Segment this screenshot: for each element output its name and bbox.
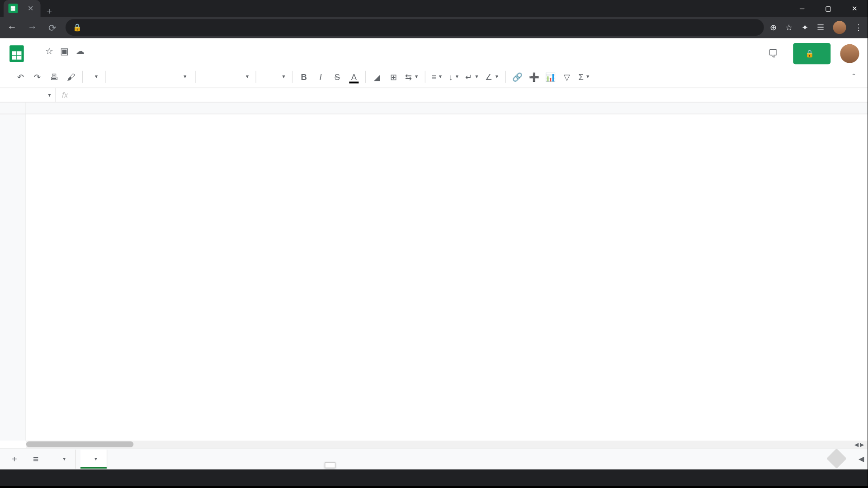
- number-format-select[interactable]: ▼: [200, 69, 252, 84]
- menu-edit[interactable]: [44, 57, 52, 62]
- chevron-down-icon[interactable]: ▼: [94, 456, 98, 462]
- menu-data[interactable]: [82, 57, 90, 62]
- menu-addons[interactable]: [101, 57, 109, 62]
- minimize-button[interactable]: ─: [789, 0, 815, 17]
- paint-format-button[interactable]: 🖌: [63, 69, 79, 84]
- column-headers: [26, 103, 868, 114]
- account-avatar[interactable]: [840, 44, 859, 63]
- vertical-align-button[interactable]: ↓▼: [446, 69, 462, 84]
- format-percent-button[interactable]: [126, 69, 142, 84]
- select-all-corner[interactable]: [0, 103, 26, 114]
- borders-button[interactable]: ⊞: [386, 69, 401, 84]
- favicon-sheets-icon: ▦: [8, 4, 18, 13]
- zoom-icon[interactable]: ⊕: [770, 23, 777, 32]
- reading-list-icon[interactable]: ☰: [817, 23, 825, 32]
- menubar: [34, 56, 133, 62]
- formula-bar: ▼ fx: [0, 88, 868, 103]
- menu-view[interactable]: [54, 57, 62, 62]
- zoom-select[interactable]: ▼: [86, 69, 102, 84]
- close-button[interactable]: ✕: [841, 0, 868, 17]
- font-size-select[interactable]: ▼: [260, 69, 288, 84]
- chevron-down-icon: ▼: [47, 92, 52, 98]
- tab-close-icon[interactable]: ✕: [25, 4, 36, 12]
- row-headers: [0, 114, 26, 441]
- comments-button[interactable]: 🗨: [762, 43, 783, 64]
- browser-menu-icon[interactable]: ⋮: [854, 23, 863, 32]
- share-button[interactable]: 🔒: [793, 43, 830, 64]
- doc-title[interactable]: [34, 50, 39, 52]
- scrollbar-thumb[interactable]: [26, 441, 133, 447]
- format-currency-button[interactable]: [110, 69, 125, 84]
- address-bar[interactable]: 🔒: [66, 19, 764, 36]
- profile-avatar[interactable]: [833, 21, 846, 34]
- cells-area[interactable]: [26, 114, 868, 441]
- text-rotation-button[interactable]: ∠▼: [482, 69, 501, 84]
- decrease-decimal-button[interactable]: [143, 69, 158, 84]
- chevron-down-icon[interactable]: ▼: [62, 456, 66, 462]
- strikethrough-button[interactable]: S: [330, 69, 345, 84]
- menu-file[interactable]: [34, 57, 42, 62]
- forward-button[interactable]: →: [25, 20, 39, 35]
- functions-button[interactable]: Σ▼: [576, 69, 592, 84]
- spreadsheet-grid[interactable]: [0, 103, 868, 448]
- sheets-app: ☆ ▣ ☁: [0, 38, 868, 469]
- text-color-button[interactable]: A: [346, 69, 362, 84]
- insert-comment-button[interactable]: ➕: [526, 69, 542, 84]
- extensions-icon[interactable]: ✦: [802, 23, 809, 32]
- window-controls: ─ ▢ ✕: [789, 0, 868, 17]
- last-edit-link[interactable]: [125, 57, 133, 62]
- add-sheet-button[interactable]: +: [6, 450, 23, 467]
- sheets-logo-icon[interactable]: [5, 42, 29, 66]
- insert-chart-button[interactable]: 📊: [543, 69, 558, 84]
- sheet-nav-arrows[interactable]: ◀▶: [854, 442, 864, 448]
- side-panel-toggle[interactable]: ◀: [859, 455, 864, 463]
- menu-help[interactable]: [111, 57, 119, 62]
- doc-header: ☆ ▣ ☁: [0, 38, 868, 66]
- browser-titlebar: ▦ ✕ + ─ ▢ ✕: [0, 0, 868, 17]
- lock-icon: 🔒: [805, 49, 814, 57]
- italic-button[interactable]: I: [313, 69, 328, 84]
- fill-color-button[interactable]: ◢: [369, 69, 385, 84]
- menu-insert[interactable]: [63, 57, 71, 62]
- sheet-tabs-bar: + ≡ ▼ ▼: [0, 448, 868, 469]
- bookmark-icon[interactable]: ☆: [785, 23, 793, 32]
- filter-button[interactable]: ▽: [559, 69, 575, 84]
- browser-tab[interactable]: ▦ ✕: [4, 0, 41, 17]
- horizontal-scrollbar[interactable]: [26, 441, 868, 448]
- maximize-button[interactable]: ▢: [815, 0, 841, 17]
- menu-tools[interactable]: [92, 57, 100, 62]
- sheet-tab-rohdaten[interactable]: ▼: [49, 449, 75, 468]
- taskbar-tooltip: [325, 462, 335, 468]
- text-wrap-button[interactable]: ↵▼: [463, 69, 481, 84]
- print-button[interactable]: 🖶: [47, 69, 62, 84]
- toolbar: ↶ ↷ 🖶 🖌 ▼ ▼ ▼ ▼ B I S A ◢ ⊞ ⇆▼: [0, 66, 868, 88]
- menu-format[interactable]: [73, 57, 81, 62]
- sheet-tab-berechnete-pivot-felder[interactable]: ▼: [80, 449, 107, 468]
- all-sheets-button[interactable]: ≡: [28, 450, 44, 467]
- hide-menus-button[interactable]: ˆ: [846, 69, 862, 84]
- back-button[interactable]: ←: [5, 20, 19, 35]
- lock-icon: 🔒: [73, 23, 82, 31]
- undo-button[interactable]: ↶: [13, 69, 28, 84]
- bold-button[interactable]: B: [296, 69, 311, 84]
- browser-toolbar: ← → ⟳ 🔒 ⊕ ☆ ✦ ☰ ⋮: [0, 17, 868, 38]
- merge-cells-button[interactable]: ⇆▼: [403, 69, 421, 84]
- cloud-status-icon[interactable]: ☁: [75, 46, 85, 56]
- star-icon[interactable]: ☆: [45, 46, 53, 56]
- new-tab-button[interactable]: +: [41, 6, 58, 17]
- horizontal-align-button[interactable]: ≡▼: [429, 69, 445, 84]
- increase-decimal-button[interactable]: [160, 69, 175, 84]
- insert-link-button[interactable]: 🔗: [509, 69, 525, 84]
- reload-button[interactable]: ⟳: [45, 20, 60, 35]
- name-box[interactable]: ▼: [0, 88, 56, 102]
- move-icon[interactable]: ▣: [60, 46, 68, 56]
- redo-button[interactable]: ↷: [30, 69, 45, 84]
- more-formats-button[interactable]: ▼: [176, 69, 192, 84]
- fx-icon: fx: [56, 90, 74, 99]
